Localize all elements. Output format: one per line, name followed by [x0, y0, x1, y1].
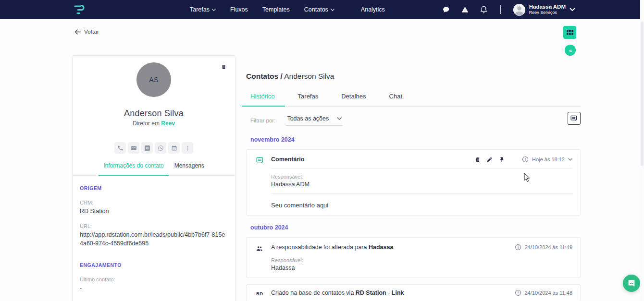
scrollbar-track[interactable]	[640, 0, 644, 301]
field-value: http://app.rdstation.com.br/leads/public…	[80, 230, 229, 248]
delete-entry-button[interactable]	[474, 157, 481, 163]
back-button[interactable]: Voltar	[74, 29, 99, 35]
field-label: URL:	[80, 223, 229, 229]
entry-timestamp: 24/10/2024 às 11:49	[525, 244, 573, 250]
entry-separator: -	[386, 289, 392, 296]
responsible-block: Responsável: Hadassa ADM	[271, 169, 572, 194]
responsible-label: Responsável:	[271, 257, 572, 263]
nav-item-label: Fluxos	[230, 6, 248, 13]
breadcrumb-section[interactable]: Contatos /	[246, 72, 283, 80]
entry-actions: Hoje às 18:12	[474, 156, 572, 163]
nav-item-templates[interactable]: Templates	[262, 6, 290, 13]
entry-text-bold: Hadassa	[369, 244, 393, 251]
scrollbar-thumb[interactable]	[641, 22, 644, 166]
back-label: Voltar	[84, 29, 99, 35]
collapse-panel-button[interactable]: «	[565, 45, 576, 56]
apps-grid-button[interactable]	[563, 26, 576, 39]
company-link[interactable]: Reev	[161, 120, 175, 127]
tab-detalhes[interactable]: Detalhes	[337, 93, 370, 106]
double-chevron-left-icon: «	[569, 48, 571, 53]
user-menu[interactable]: Hadassa ADM Reev Serviços	[513, 4, 575, 16]
chevron-down-icon	[568, 158, 572, 161]
svg-text:in: in	[146, 146, 149, 150]
linkedin-button[interactable]: in	[141, 142, 153, 154]
entry-header: A responsabilidade foi alterada para Had…	[271, 244, 572, 251]
rd-station-icon: RD	[256, 291, 263, 296]
role-title: Diretor	[133, 120, 150, 127]
nav-item-contatos[interactable]: Contatos	[304, 6, 334, 13]
nav-item-label: Contatos	[304, 6, 328, 13]
top-navbar: Tarefas Fluxos Templates Contatos Analyt…	[0, 0, 640, 19]
filter-actions-select[interactable]: Todas as ações	[286, 115, 343, 126]
timeline-entry-creation: RD Criado na base de contatos via RD Sta…	[246, 284, 581, 301]
tab-historico[interactable]: Histórico	[246, 93, 279, 106]
timeline-month: outubro 2024	[250, 224, 581, 231]
breadcrumb-current: Anderson Silva	[284, 72, 334, 80]
entry-timestamp-group[interactable]: Hoje às 18:12	[522, 156, 572, 163]
entry-link[interactable]: Link	[392, 289, 404, 296]
comment-icon	[256, 157, 264, 164]
chevron-down-icon	[570, 8, 575, 12]
comment-icon	[570, 115, 578, 122]
contact-name: Anderson Silva	[73, 108, 235, 119]
entry-content: Comentário Hoje às 18:12	[271, 156, 572, 209]
delete-contact-icon[interactable]	[221, 64, 226, 70]
arrow-left-icon	[74, 29, 81, 35]
email-button[interactable]	[128, 142, 139, 154]
trash-icon	[475, 157, 481, 163]
nav-item-fluxos[interactable]: Fluxos	[230, 6, 248, 13]
comment-body: Seu comentário aqui	[271, 194, 572, 209]
more-options-button[interactable]	[182, 142, 193, 154]
field-crm: CRM: RD Station	[80, 200, 229, 216]
messages-icon[interactable]	[442, 6, 450, 14]
info-icon	[515, 244, 521, 251]
notifications-bell-icon[interactable]	[480, 6, 488, 14]
entry-timestamp: 24/10/2024 às 11:48	[525, 290, 573, 296]
whatsapp-button[interactable]	[155, 142, 166, 154]
nav-right-cluster: Hadassa ADM Reev Serviços	[442, 0, 575, 19]
support-chat-launcher[interactable]	[623, 275, 640, 292]
entry-timestamp-group: 24/10/2024 às 11:48	[515, 289, 573, 296]
reev-logo-icon[interactable]	[73, 4, 86, 15]
entry-text-bold: RD Station	[356, 289, 386, 296]
field-url: URL: http://app.rdstation.com.br/leads/p…	[80, 223, 229, 248]
entry-icon-col	[256, 244, 271, 271]
add-comment-button[interactable]	[568, 112, 581, 125]
call-button[interactable]	[114, 142, 126, 154]
entry-text: A responsabilidade foi alterada para Had…	[271, 244, 393, 251]
tab-informacoes-do-contato[interactable]: Informações do contato	[103, 162, 163, 175]
contact-card-tabs: Informações do contato Mensagens	[73, 162, 235, 176]
chevron-down-icon	[212, 9, 216, 11]
chevron-down-icon	[337, 117, 342, 120]
entry-title: Comentário	[271, 156, 304, 163]
nav-item-tarefas[interactable]: Tarefas	[190, 6, 216, 13]
avatar	[513, 4, 525, 16]
timeline-entry-responsibility: A responsabilidade foi alterada para Had…	[246, 237, 581, 278]
field-label: CRM:	[80, 200, 229, 205]
entry-text-prefix: A responsabilidade foi alterada para	[271, 244, 369, 251]
contact-card-body: ORIGEM CRM: RD Station URL: http://app.r…	[80, 185, 229, 301]
edit-entry-button[interactable]	[486, 157, 493, 163]
user-org: Reev Serviços	[529, 10, 566, 15]
entry-timestamp: Hoje às 18:12	[532, 157, 565, 162]
section-title-engajamento: ENGAJAMENTO	[80, 262, 229, 268]
responsible-block: Responsável: Hadassa	[271, 251, 572, 271]
contact-summary-card: AS Anderson Silva Diretor em Reev in	[72, 55, 235, 301]
entry-header: Comentário Hoje às 18:12	[271, 156, 572, 169]
tab-mensagens[interactable]: Mensagens	[174, 162, 204, 175]
contact-avatar: AS	[136, 62, 171, 97]
entry-header: Criado na base de contatos via RD Statio…	[271, 289, 572, 296]
alerts-icon[interactable]	[461, 6, 469, 14]
field-ultimo-contato: Último contato: -	[80, 277, 229, 292]
schedule-button[interactable]	[168, 142, 180, 154]
role-connector: em	[151, 120, 160, 127]
field-value: -	[80, 284, 229, 292]
info-icon	[515, 289, 521, 296]
nav-item-analytics[interactable]: Analytics	[361, 6, 385, 13]
pin-entry-button[interactable]	[498, 157, 505, 163]
linkedin-icon: in	[144, 145, 150, 151]
timeline-month: novembro 2024	[250, 136, 581, 143]
tab-chat[interactable]: Chat	[385, 93, 407, 106]
page: Tarefas Fluxos Templates Contatos Analyt…	[0, 0, 644, 301]
tab-tarefas[interactable]: Tarefas	[294, 93, 323, 106]
